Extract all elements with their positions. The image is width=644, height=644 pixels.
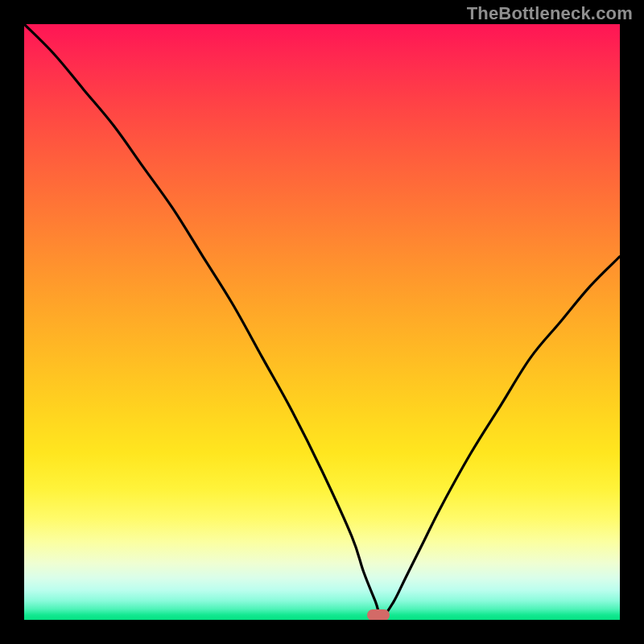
- heat-gradient-background: [24, 24, 620, 620]
- plot-area: [24, 24, 620, 620]
- chart-frame: TheBottleneck.com: [0, 0, 644, 644]
- optimal-point-marker: [367, 609, 390, 620]
- watermark-text: TheBottleneck.com: [467, 3, 633, 24]
